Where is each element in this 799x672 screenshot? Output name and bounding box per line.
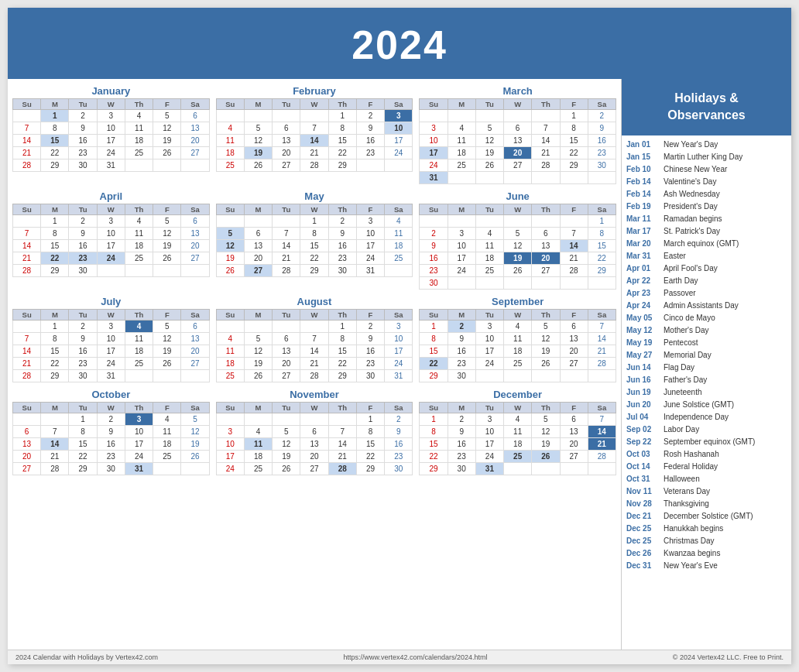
calendar-day: 27 bbox=[300, 463, 328, 475]
month-april: AprilSuMTuWThFSa123456789101112131415161… bbox=[12, 190, 210, 290]
calendar-day bbox=[273, 413, 300, 426]
holiday-name: Christmas Day bbox=[664, 536, 715, 546]
calendar-day bbox=[97, 265, 125, 277]
calendar-day: 2 bbox=[448, 413, 475, 426]
calendar-day bbox=[216, 413, 244, 426]
calendar-day: 9 bbox=[69, 228, 97, 240]
calendar-day: 16 bbox=[69, 345, 97, 358]
calendar-day: 9 bbox=[328, 228, 356, 240]
calendar-day: 4 bbox=[504, 413, 532, 426]
day-header: Su bbox=[13, 99, 41, 110]
calendar-day: 9 bbox=[97, 426, 125, 438]
footer-right: © 2024 Vertex42 LLC. Free to Print. bbox=[673, 653, 784, 661]
calendar-day: 21 bbox=[328, 451, 356, 463]
calendar-day: 25 bbox=[125, 147, 153, 159]
calendar-day: 20 bbox=[181, 345, 209, 358]
calendar-day: 19 bbox=[153, 345, 181, 358]
month-title: August bbox=[216, 296, 413, 307]
calendar-day: 2 bbox=[588, 110, 616, 122]
calendar-day: 27 bbox=[13, 463, 41, 475]
holiday-date: Apr 01 bbox=[626, 263, 664, 273]
calendar-day: 5 bbox=[504, 228, 532, 240]
month-september: SeptemberSuMTuWThFSa12345678910111213141… bbox=[419, 296, 616, 382]
holiday-name: April Fool's Day bbox=[664, 263, 718, 273]
calendar-day: 12 bbox=[504, 240, 532, 252]
calendar-day: 29 bbox=[300, 265, 328, 277]
calendar-day: 24 bbox=[125, 451, 153, 463]
calendar-day: 16 bbox=[356, 135, 384, 147]
day-header: Th bbox=[328, 310, 356, 321]
calendar-day: 9 bbox=[356, 122, 384, 135]
calendar-day: 19 bbox=[244, 147, 272, 159]
holiday-name: December Solstice (GMT) bbox=[664, 511, 753, 521]
holiday-item: Mar 17St. Patrick's Day bbox=[626, 225, 787, 238]
month-table: SuMTuWThFSa12345678910111213141516171819… bbox=[216, 204, 413, 277]
calendar-day bbox=[244, 321, 272, 333]
day-header: Sa bbox=[588, 99, 616, 110]
calendar-day bbox=[13, 413, 41, 426]
calendar-day: 1 bbox=[356, 413, 384, 426]
calendar-day: 28 bbox=[532, 159, 560, 172]
calendar-day: 2 bbox=[448, 321, 475, 333]
calendar-day: 27 bbox=[244, 265, 272, 277]
day-header: Su bbox=[420, 99, 448, 110]
holiday-item: May 05Cinco de Mayo bbox=[626, 312, 787, 324]
calendar-day: 7 bbox=[300, 122, 328, 135]
holiday-date: Mar 20 bbox=[626, 238, 664, 249]
day-header: F bbox=[560, 310, 588, 321]
calendar-day bbox=[560, 370, 588, 382]
calendar-day: 17 bbox=[385, 135, 413, 147]
day-header: F bbox=[560, 99, 588, 110]
calendar-day: 17 bbox=[97, 345, 125, 358]
holiday-name: Cinco de Mayo bbox=[664, 313, 715, 323]
calendar-day: 13 bbox=[504, 135, 532, 147]
calendar-day: 12 bbox=[532, 333, 560, 345]
day-header: F bbox=[356, 403, 384, 413]
calendar-day: 4 bbox=[244, 426, 272, 438]
calendar-day: 28 bbox=[13, 159, 41, 172]
calendar-day: 23 bbox=[69, 358, 97, 370]
calendar-day: 30 bbox=[420, 277, 448, 290]
day-header: Sa bbox=[181, 99, 209, 110]
calendar-day: 5 bbox=[153, 215, 181, 228]
calendar-day: 21 bbox=[588, 438, 616, 451]
calendar-day bbox=[216, 321, 244, 333]
calendar-day: 27 bbox=[532, 265, 560, 277]
calendar-day: 8 bbox=[41, 228, 69, 240]
day-header: Tu bbox=[273, 403, 300, 413]
calendar-day: 2 bbox=[69, 215, 97, 228]
calendar-day: 5 bbox=[153, 321, 181, 333]
calendar-day: 4 bbox=[216, 333, 244, 345]
calendar-day: 17 bbox=[385, 345, 413, 358]
month-august: AugustSuMTuWThFSa12345678910111213141516… bbox=[216, 296, 413, 382]
calendar-day: 11 bbox=[125, 122, 153, 135]
day-header: Th bbox=[328, 204, 356, 215]
day-header: F bbox=[153, 310, 181, 321]
calendar-day: 29 bbox=[560, 159, 588, 172]
calendar-day bbox=[328, 413, 356, 426]
holiday-date: Nov 28 bbox=[626, 499, 664, 509]
day-header: W bbox=[97, 204, 125, 215]
calendar-day: 7 bbox=[13, 228, 41, 240]
calendar-day: 2 bbox=[69, 321, 97, 333]
calendar-day: 25 bbox=[216, 159, 244, 172]
calendar-day bbox=[588, 463, 616, 475]
calendar-day: 24 bbox=[97, 147, 125, 159]
calendar-area: JanuarySuMTuWThFSa1234567891011121314151… bbox=[8, 79, 621, 650]
holiday-date: Feb 10 bbox=[626, 164, 664, 174]
day-header: W bbox=[504, 204, 532, 215]
calendar-day: 15 bbox=[300, 240, 328, 252]
calendar-day: 4 bbox=[125, 321, 153, 333]
calendar-day: 12 bbox=[475, 135, 503, 147]
day-header: Th bbox=[125, 204, 153, 215]
holiday-name: Ramadan begins bbox=[664, 214, 722, 224]
year-text: 2024 bbox=[351, 22, 448, 67]
calendar-day: 31 bbox=[125, 463, 153, 475]
calendar-day: 29 bbox=[588, 265, 616, 277]
calendar-day: 30 bbox=[385, 463, 413, 475]
calendar-day: 18 bbox=[504, 345, 532, 358]
calendar-day: 23 bbox=[97, 451, 125, 463]
calendar-day: 11 bbox=[125, 333, 153, 345]
calendar-day: 24 bbox=[97, 358, 125, 370]
calendar-day: 21 bbox=[41, 451, 69, 463]
